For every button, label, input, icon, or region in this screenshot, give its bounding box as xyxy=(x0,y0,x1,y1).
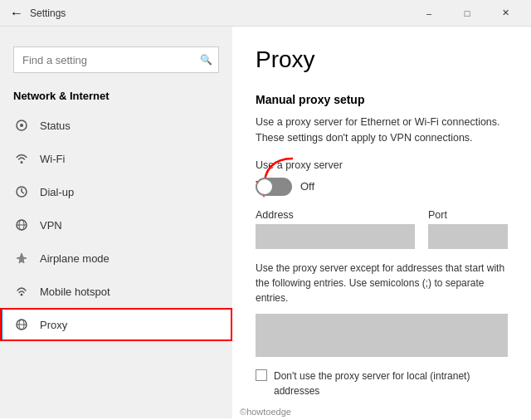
search-input[interactable] xyxy=(13,46,219,73)
toggle-knob xyxy=(257,179,272,194)
use-proxy-label: Use a proxy server xyxy=(256,159,508,171)
wifi-icon xyxy=(13,150,30,167)
proxy-toggle[interactable] xyxy=(256,178,292,196)
sidebar-item-status-label: Status xyxy=(40,120,71,132)
main-layout: 🔍 Network & Internet Status Wi-Fi xyxy=(0,27,531,418)
toggle-row: Off xyxy=(256,178,508,196)
sidebar-item-status[interactable]: Status xyxy=(0,109,232,142)
port-input[interactable] xyxy=(428,224,508,249)
sidebar-item-hotspot-label: Mobile hotspot xyxy=(40,286,110,298)
titlebar: ← Settings – □ ✕ xyxy=(0,0,531,27)
exceptions-description: Use the proxy server except for addresse… xyxy=(256,261,508,305)
checkbox-row: Don't use the proxy server for local (in… xyxy=(256,369,508,398)
back-icon: ← xyxy=(10,6,23,21)
close-button[interactable]: ✕ xyxy=(486,0,524,27)
sidebar-section-title: Network & Internet xyxy=(0,80,232,109)
sidebar-item-vpn-label: VPN xyxy=(40,219,62,232)
maximize-button[interactable]: □ xyxy=(448,0,486,27)
checkbox-label: Don't use the proxy server for local (in… xyxy=(274,369,508,398)
sidebar-item-vpn[interactable]: VPN xyxy=(0,208,232,242)
address-label: Address xyxy=(256,209,415,221)
sidebar-item-airplane[interactable]: Airplane mode xyxy=(0,242,232,275)
page-title: Proxy xyxy=(256,46,508,73)
port-label: Port xyxy=(428,209,508,221)
svg-point-1 xyxy=(20,124,23,127)
content-panel: Proxy Manual proxy setup Use a proxy ser… xyxy=(232,27,531,418)
manual-section-title: Manual proxy setup xyxy=(256,93,508,106)
window-controls: – □ ✕ xyxy=(410,0,524,27)
svg-line-4 xyxy=(22,192,24,193)
airplane-icon xyxy=(13,250,30,266)
toggle-state-label: Off xyxy=(300,180,314,193)
status-icon xyxy=(13,117,30,134)
sidebar: 🔍 Network & Internet Status Wi-Fi xyxy=(0,27,232,418)
sidebar-item-wifi[interactable]: Wi-Fi xyxy=(0,142,232,175)
dialup-icon xyxy=(13,183,30,200)
sidebar-item-dialup[interactable]: Dial-up xyxy=(0,175,232,208)
hotspot-icon xyxy=(13,283,30,300)
port-field-group: Port xyxy=(428,209,508,249)
sidebar-item-dialup-label: Dial-up xyxy=(40,186,74,198)
local-checkbox[interactable] xyxy=(256,369,267,381)
sidebar-item-hotspot[interactable]: Mobile hotspot xyxy=(0,275,232,308)
back-button[interactable]: ← xyxy=(7,3,27,23)
sidebar-item-airplane-label: Airplane mode xyxy=(40,252,110,265)
address-port-row: Address Port xyxy=(256,209,508,249)
address-field-group: Address xyxy=(256,209,415,249)
app-window: ← Settings – □ ✕ 🔍 Network & Internet xyxy=(0,0,531,420)
exceptions-textarea[interactable] xyxy=(256,314,508,357)
address-input[interactable] xyxy=(256,224,415,249)
proxy-description: Use a proxy server for Ethernet or Wi-Fi… xyxy=(256,115,508,146)
sidebar-item-wifi-label: Wi-Fi xyxy=(40,153,65,165)
sidebar-item-proxy[interactable]: Proxy xyxy=(0,308,232,341)
svg-point-8 xyxy=(21,294,23,296)
search-container: 🔍 xyxy=(13,46,219,73)
vpn-icon xyxy=(13,217,30,233)
minimize-button[interactable]: – xyxy=(410,0,448,27)
titlebar-title: Settings xyxy=(30,7,410,19)
proxy-icon xyxy=(13,316,30,333)
sidebar-header: 🔍 xyxy=(0,27,232,80)
sidebar-item-proxy-label: Proxy xyxy=(40,319,67,331)
